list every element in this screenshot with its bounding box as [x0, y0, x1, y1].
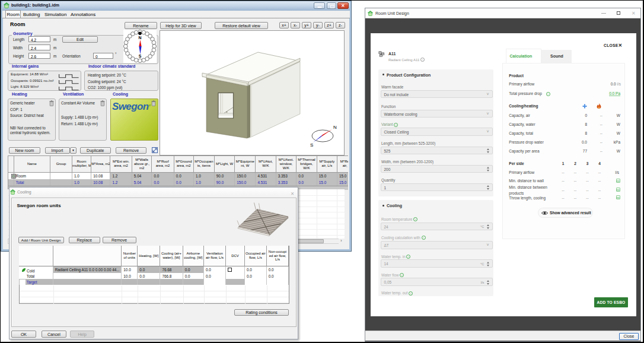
svg-text:N: N [138, 36, 141, 40]
svg-text:N: N [333, 125, 337, 130]
svg-text:S: S [139, 54, 142, 58]
svg-text:S: S [310, 142, 313, 148]
